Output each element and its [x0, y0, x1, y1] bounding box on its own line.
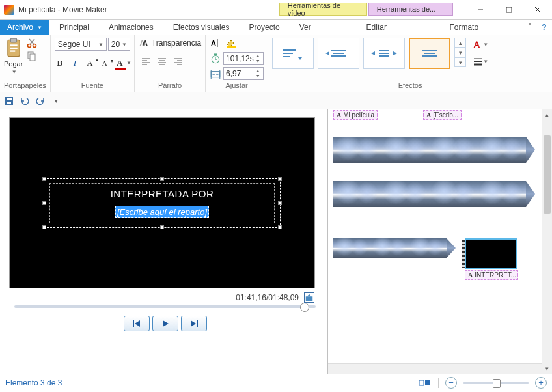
transparency-button[interactable]: AA Transparencia: [139, 38, 201, 48]
tab-file-label: Archivo: [7, 23, 33, 32]
bold-button[interactable]: B: [55, 57, 65, 69]
svg-rect-56: [7, 98, 12, 100]
italic-button[interactable]: I: [70, 57, 80, 69]
svg-text:A: A: [211, 39, 216, 47]
tab-proyecto[interactable]: Proyecto: [239, 20, 289, 35]
svg-rect-59: [133, 320, 134, 327]
outline-size-button[interactable]: ▼: [473, 55, 488, 68]
svg-rect-8: [10, 50, 15, 51]
window-title: Mi película - Movie Maker: [18, 5, 107, 14]
effect-tile-1[interactable]: [272, 38, 314, 69]
duration-input[interactable]: 6,97▲▼: [223, 67, 264, 80]
tab-file[interactable]: Archivo▼: [0, 20, 49, 35]
font-size-combo[interactable]: 20▼: [108, 38, 130, 51]
timeline-clip-2[interactable]: [333, 181, 552, 207]
minimize-button[interactable]: [466, 1, 495, 19]
duration-value: 6,97: [226, 69, 241, 78]
svg-rect-60: [197, 320, 198, 327]
font-family-combo[interactable]: Segoe UI▼: [55, 38, 107, 51]
prev-frame-button[interactable]: [124, 316, 150, 331]
effects-gallery-scroll[interactable]: ▴▾▾: [454, 38, 466, 67]
view-mode-button[interactable]: [417, 377, 432, 389]
shrink-font-button[interactable]: A▾: [100, 57, 110, 69]
font-family-value: Segoe UI: [58, 40, 90, 49]
transparency-label: Transparencia: [152, 38, 201, 48]
timecode: 01:41,16/01:48,09: [236, 293, 299, 302]
tab-formato[interactable]: Formato: [422, 20, 506, 35]
svg-rect-31: [227, 46, 236, 48]
transparency-icon: AA: [139, 38, 149, 48]
svg-line-11: [30, 39, 34, 44]
start-time-input[interactable]: 101,12s▲▼: [223, 52, 264, 65]
grow-font-button[interactable]: A▴: [85, 57, 95, 69]
timeline-clip-1[interactable]: [333, 137, 552, 163]
group-adjust: A ▼ 101,12s▲▼ 6,97▲▼ Ajustar: [206, 35, 268, 92]
undo-button[interactable]: [20, 96, 30, 106]
edit-text-button[interactable]: A: [210, 38, 221, 48]
effect-tile-4[interactable]: [409, 38, 450, 69]
tab-principal[interactable]: Principal: [49, 20, 99, 35]
seek-bar[interactable]: [14, 305, 316, 308]
tab-ver[interactable]: Ver: [290, 20, 321, 35]
svg-line-12: [29, 39, 34, 44]
play-button[interactable]: [152, 316, 178, 331]
group-clipboard-label: Portapapeles: [4, 80, 46, 89]
align-center-button[interactable]: [155, 55, 169, 68]
close-button[interactable]: [523, 1, 552, 19]
background-color-button[interactable]: ▼: [225, 38, 237, 48]
align-left-button[interactable]: [139, 55, 153, 68]
svg-rect-14: [30, 54, 35, 61]
text-track-label-3[interactable]: AINTERPRET...: [465, 270, 518, 280]
align-right-button[interactable]: [171, 55, 186, 68]
copy-icon[interactable]: [27, 51, 37, 61]
quick-access-toolbar: ▾: [0, 92, 552, 109]
font-color-button[interactable]: A▼: [115, 57, 125, 69]
preview-pane: INTERPRETADA POR [Escribe aquí el repart…: [0, 109, 327, 374]
tab-editar[interactable]: Editar: [333, 20, 421, 35]
ribbon-collapse-button[interactable]: ˄: [523, 20, 536, 35]
next-frame-button[interactable]: [181, 316, 207, 331]
tab-animaciones[interactable]: Animaciones: [99, 20, 163, 35]
svg-rect-58: [306, 296, 313, 301]
group-font-label: Fuente: [55, 80, 130, 89]
svg-rect-57: [7, 102, 11, 104]
zoom-slider[interactable]: [463, 382, 529, 384]
svg-rect-36: [211, 72, 220, 77]
redo-button[interactable]: [35, 96, 46, 106]
svg-rect-61: [419, 380, 424, 385]
caption-placeholder[interactable]: [Escribe aquí el reparto]: [115, 206, 209, 218]
effect-tile-2[interactable]: [318, 38, 359, 69]
timeline-title-clip[interactable]: [465, 238, 517, 269]
text-box[interactable]: INTERPRETADA POR [Escribe aquí el repart…: [44, 178, 281, 228]
svg-rect-5: [10, 38, 16, 42]
context-tab-video-label: Herramientas de vídeo: [279, 3, 367, 16]
effect-tile-3[interactable]: [363, 38, 405, 69]
timeline-pane: AMi película A[Escrib... AINTERPRET...: [327, 109, 552, 374]
save-button[interactable]: [4, 96, 14, 106]
status-bar: Elemento 3 de 3 − +: [0, 374, 552, 391]
svg-rect-1: [506, 7, 512, 12]
outline-color-button[interactable]: A▼: [473, 38, 488, 51]
help-button[interactable]: ?: [536, 20, 552, 35]
svg-rect-62: [425, 380, 430, 385]
timeline-scrollbar-horizontal[interactable]: [328, 363, 542, 374]
paste-button[interactable]: Pegar ▼: [4, 38, 23, 75]
maximize-button[interactable]: [495, 1, 523, 19]
group-clipboard: Pegar ▼ Portapapeles: [0, 35, 51, 92]
font-size-value: 20: [111, 40, 120, 49]
group-paragraph: AA Transparencia Párrafo: [135, 35, 206, 92]
paste-label: Pegar: [4, 60, 23, 68]
fullscreen-button[interactable]: [304, 292, 314, 303]
text-track-label-2[interactable]: A[Escrib...: [423, 110, 462, 120]
timeline-scrollbar-vertical[interactable]: ▴ ▾: [542, 109, 552, 374]
cut-icon[interactable]: [27, 38, 37, 48]
duration-icon: [210, 68, 221, 79]
qat-customize-button[interactable]: ▾: [51, 96, 61, 106]
text-track-label-1[interactable]: AMi película: [333, 110, 378, 120]
timeline-clip-3[interactable]: [333, 238, 456, 258]
zoom-out-button[interactable]: −: [445, 377, 457, 389]
preview-monitor[interactable]: INTERPRETADA POR [Escribe aquí el repart…: [9, 117, 315, 288]
tab-efectos-visuales[interactable]: Efectos visuales: [163, 20, 240, 35]
zoom-in-button[interactable]: +: [535, 377, 547, 389]
clipboard-icon: [5, 38, 23, 59]
